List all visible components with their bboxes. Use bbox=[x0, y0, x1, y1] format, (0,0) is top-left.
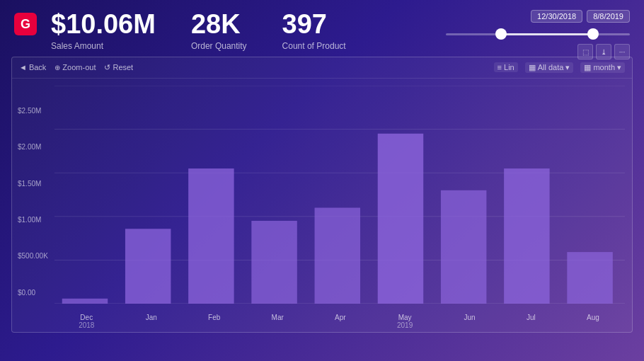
x-label-mar: Mar bbox=[272, 314, 284, 329]
back-button[interactable]: ◄ Back bbox=[19, 63, 46, 71]
x-axis-labels: Dec 2018 Jan Feb Mar Apr May 2019 Jun bbox=[53, 314, 625, 329]
x-label-jun: Jun bbox=[464, 314, 475, 329]
back-label: Back bbox=[29, 63, 46, 71]
slider-fill bbox=[501, 33, 593, 35]
reset-button[interactable]: ↺ Reset bbox=[104, 63, 133, 72]
date-start-pill[interactable]: 12/30/2018 bbox=[531, 10, 582, 23]
x-label-jan: Jan bbox=[146, 314, 157, 329]
date-end-pill[interactable]: 8/8/2019 bbox=[587, 10, 630, 23]
y-label-2: $2.00M bbox=[18, 143, 48, 151]
header: G $10.06M Sales Amount 28K Order Quantit… bbox=[0, 0, 644, 57]
x-label-aug: Aug bbox=[587, 314, 599, 329]
x-label-feb: Feb bbox=[208, 314, 220, 329]
x-label-may: May 2019 bbox=[397, 314, 413, 329]
kpi-products-label: Count of Product bbox=[282, 41, 346, 51]
bar-jul[interactable] bbox=[504, 168, 549, 304]
back-icon: ◄ bbox=[19, 63, 27, 71]
chevron-down-icon: ▾ bbox=[565, 63, 570, 72]
zoom-out-icon: ⊕ bbox=[54, 64, 60, 71]
lin-label: Lin bbox=[504, 63, 514, 71]
bar-aug[interactable] bbox=[567, 252, 612, 304]
kpi-sales: $10.06M Sales Amount bbox=[51, 10, 156, 51]
date-range-slider[interactable] bbox=[446, 27, 630, 41]
chart-toolbar: ◄ Back ⊕ Zoom-out ↺ Reset ≡ Lin ▦ All da… bbox=[12, 57, 632, 79]
y-label-5: $500.00K bbox=[18, 252, 48, 260]
slider-track bbox=[446, 33, 630, 35]
month-label: month bbox=[593, 63, 615, 71]
date-range-bar: 12/30/2018 8/8/2019 bbox=[531, 10, 630, 23]
y-label-1: $2.50M bbox=[18, 107, 48, 115]
app-logo: G bbox=[14, 13, 37, 35]
reset-label: Reset bbox=[113, 63, 133, 71]
y-axis-labels: $2.50M $2.00M $1.50M $1.00M $500.00K $0.… bbox=[18, 107, 48, 297]
date-slider-area: 12/30/2018 8/8/2019 ⬚ ⤓ ··· bbox=[446, 10, 630, 59]
month-dropdown[interactable]: ▦ month ▾ bbox=[580, 62, 625, 73]
bar-dec[interactable] bbox=[62, 299, 108, 304]
all-data-dropdown[interactable]: ▦ All data ▾ bbox=[525, 62, 574, 73]
bar-jun[interactable] bbox=[441, 190, 486, 304]
bar-chart-icon-2: ▦ bbox=[584, 63, 591, 72]
x-label-dec: Dec 2018 bbox=[79, 314, 94, 329]
all-data-label: All data bbox=[538, 63, 564, 71]
zoom-out-label: Zoom-out bbox=[62, 63, 96, 71]
zoom-out-button[interactable]: ⊕ Zoom-out bbox=[54, 63, 96, 71]
chevron-down-icon-2: ▾ bbox=[617, 63, 621, 72]
kpi-orders: 28K Order Quantity bbox=[191, 10, 247, 51]
bar-may[interactable] bbox=[378, 134, 423, 304]
bar-chart-svg bbox=[54, 86, 625, 304]
kpi-orders-label: Order Quantity bbox=[191, 41, 247, 51]
bar-jan[interactable] bbox=[125, 229, 171, 304]
chart-svg-area: $2.50M $2.00M $1.50M $1.00M $500.00K $0.… bbox=[12, 79, 632, 332]
bar-apr[interactable] bbox=[315, 207, 360, 304]
bar-mar[interactable] bbox=[251, 221, 297, 304]
toolbar-left: ◄ Back ⊕ Zoom-out ↺ Reset bbox=[19, 63, 133, 72]
x-label-jul: Jul bbox=[527, 314, 536, 329]
slider-thumb-left[interactable] bbox=[495, 28, 507, 40]
x-label-apr: Apr bbox=[335, 314, 346, 329]
kpi-products-value: 397 bbox=[282, 10, 346, 40]
kpi-orders-value: 28K bbox=[191, 10, 247, 40]
kpi-products: 397 Count of Product bbox=[282, 10, 346, 51]
slider-thumb-right[interactable] bbox=[587, 28, 599, 40]
reset-icon: ↺ bbox=[104, 63, 110, 72]
bar-feb[interactable] bbox=[188, 168, 234, 304]
y-label-4: $1.00M bbox=[18, 216, 48, 224]
hamburger-icon: ≡ bbox=[498, 63, 502, 71]
view-lin-dropdown[interactable]: ≡ Lin bbox=[494, 62, 518, 72]
kpi-sales-label: Sales Amount bbox=[51, 41, 156, 51]
bar-chart-icon: ▦ bbox=[529, 63, 536, 72]
y-label-3: $1.50M bbox=[18, 180, 48, 188]
chart-container: ◄ Back ⊕ Zoom-out ↺ Reset ≡ Lin ▦ All da… bbox=[11, 57, 633, 333]
kpi-sales-value: $10.06M bbox=[51, 10, 156, 40]
y-label-6: $0.00 bbox=[18, 289, 48, 297]
toolbar-right: ≡ Lin ▦ All data ▾ ▦ month ▾ bbox=[494, 62, 625, 73]
